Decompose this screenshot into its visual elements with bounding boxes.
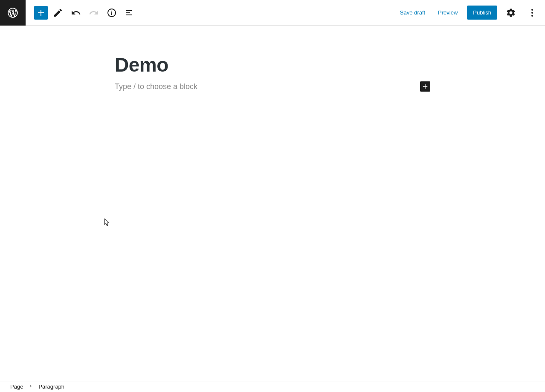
add-block-inline-button[interactable] [420, 81, 430, 92]
paragraph-block-placeholder[interactable]: Type / to choose a block [115, 82, 420, 91]
breadcrumb-current[interactable]: Paragraph [38, 383, 64, 390]
mouse-cursor-icon [104, 218, 111, 227]
plus-icon [36, 8, 46, 18]
redo-button[interactable] [86, 5, 101, 20]
info-icon [107, 8, 117, 18]
pencil-icon [53, 8, 63, 18]
options-button[interactable] [525, 5, 540, 20]
details-button[interactable] [104, 5, 119, 20]
plus-icon [421, 83, 429, 90]
undo-button[interactable] [68, 5, 84, 20]
paragraph-block-row: Type / to choose a block [115, 81, 430, 92]
publish-button[interactable]: Publish [467, 6, 497, 20]
tools-button[interactable] [50, 5, 66, 20]
post-title-input[interactable]: Demo [115, 53, 430, 81]
editor-canvas[interactable]: Demo Type / to choose a block [0, 26, 545, 381]
settings-button[interactable] [503, 5, 519, 20]
chevron-right-icon [28, 383, 33, 390]
content-wrapper: Demo Type / to choose a block [115, 26, 430, 92]
save-draft-button[interactable]: Save draft [397, 7, 429, 18]
preview-button[interactable]: Preview [435, 7, 461, 18]
svg-point-1 [531, 12, 533, 14]
wordpress-icon [7, 7, 19, 19]
breadcrumb-root[interactable]: Page [10, 383, 23, 390]
add-block-button[interactable] [34, 6, 48, 20]
svg-point-0 [531, 9, 533, 11]
top-toolbar: Save draft Preview Publish [0, 0, 545, 26]
list-view-button[interactable] [122, 5, 137, 20]
more-vertical-icon [527, 8, 537, 18]
toolbar-right-group: Save draft Preview Publish [397, 5, 545, 20]
redo-icon [89, 8, 99, 18]
gear-icon [506, 8, 516, 18]
list-view-icon [125, 8, 135, 18]
block-breadcrumb: Page Paragraph [0, 381, 545, 392]
undo-icon [71, 8, 81, 18]
wordpress-logo[interactable] [0, 0, 26, 26]
svg-point-2 [531, 15, 533, 17]
toolbar-left-group [34, 5, 137, 20]
